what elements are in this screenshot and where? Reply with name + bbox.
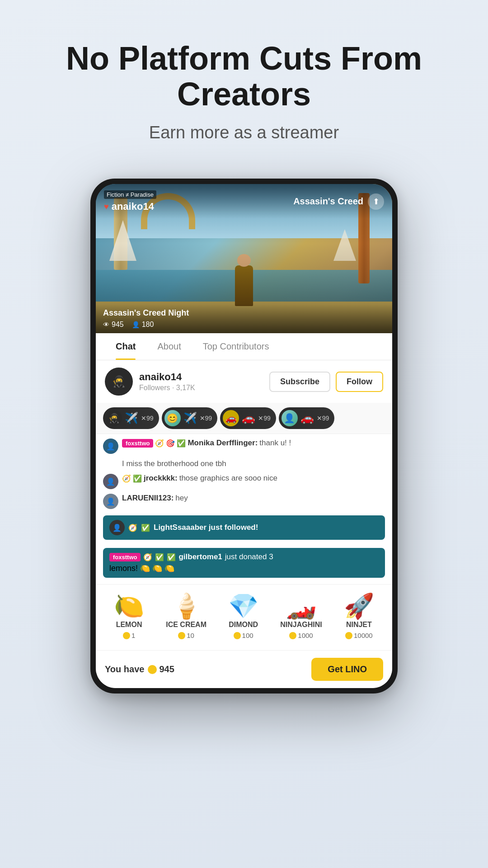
share-button[interactable]: ⬆ <box>368 193 384 210</box>
icecream-emoji: 🍦 <box>171 594 202 618</box>
chat-donation: foxsttwo 🧭 ✅ ✅ gilbertome1 just donated … <box>103 548 385 578</box>
gift-ninjet[interactable]: 🚀 NINJET 10000 <box>344 594 374 639</box>
gifts-scroll-row[interactable]: 🥷 ✈️ ✕99 😊 ✈️ ✕99 🚗 🚗 ✕99 <box>96 403 392 434</box>
gift-car-item-2[interactable]: 😊 ✈️ ✕99 <box>162 407 218 429</box>
chat-notification: 👤 🧭 ✅ LightSsaaaber just followed! <box>103 515 385 540</box>
gifts-row: 🍋 LEMON 1 🍦 ICE CREAM <box>103 594 385 639</box>
gift-car-avatar-4: 👤 <box>282 410 298 426</box>
chat-message-3: 👤 🧭 ✅ jrockkkk: those graphics are sooo … <box>103 474 385 489</box>
viewers-count: 945 <box>112 321 124 329</box>
plane-icon: ✈️ <box>125 412 138 425</box>
stream-title: Assasin's Creed Night <box>103 308 385 318</box>
chat-text-3: those graphics are sooo nice <box>179 474 277 483</box>
lemon-cost-val: 1 <box>131 632 135 639</box>
streamer-actions: Subscribe Follow <box>269 372 383 392</box>
chat-avatar-3: 👤 <box>103 474 118 489</box>
ninjet-name: NINJET <box>346 621 372 629</box>
chat-badges-3: 🧭 ✅ jrockkkk: those graphics are sooo ni… <box>122 474 277 483</box>
gift-lemon[interactable]: 🍋 LEMON 1 <box>114 594 144 639</box>
gift-car-item-4[interactable]: 👤 🚗 ✕99 <box>279 407 335 429</box>
stream-stats: 👁 945 👤 180 <box>103 321 385 329</box>
lino-icon-4 <box>289 632 296 639</box>
tabs-bar: Chat About Top Contributors <box>96 333 392 360</box>
gift-ninjaghini[interactable]: 🏎️ NINJAGHINI 1000 <box>280 594 322 639</box>
ninjaghini-emoji: 🏎️ <box>286 594 316 618</box>
diamond-cost-val: 100 <box>242 632 253 639</box>
viewers-stat: 👁 945 <box>103 321 124 329</box>
tab-top-contributors[interactable]: Top Contributors <box>192 333 280 360</box>
stream-game-label: Fiction ≠ Paradise <box>104 190 156 199</box>
badge-icon-2: 🎯 <box>166 439 175 448</box>
gift-car-item-3[interactable]: 🚗 🚗 ✕99 <box>220 407 276 429</box>
streamer-row: 🥷 anaiko14 Followers · 3,17K Subscribe F… <box>96 360 392 403</box>
chat-message-2: I miss the brotherhood one tbh <box>103 458 385 469</box>
diamond-name: DIMOND <box>229 621 258 629</box>
stream-game-title: Assasin's Creed <box>293 196 363 207</box>
streamer-info: anaiko14 Followers · 3,17K <box>139 371 263 392</box>
gift-car-avatar-2: 😊 <box>164 410 181 426</box>
badge-icon-5: ✅ <box>133 474 142 483</box>
stream-top-right: Assasin's Creed ⬆ <box>293 193 384 210</box>
gift-count-1: ✕99 <box>141 415 154 422</box>
tab-chat[interactable]: Chat <box>105 333 146 360</box>
likes-stat: 👤 180 <box>132 321 154 329</box>
page-subtitle: Earn more as a streamer <box>27 123 461 142</box>
gift-count-2: ✕99 <box>200 415 212 422</box>
notification-text: LightSsaaaber just followed! <box>154 523 258 532</box>
you-have-section: You have 945 <box>105 664 174 675</box>
balance-number: 945 <box>159 664 174 675</box>
badge-icon-3: ✅ <box>177 439 186 448</box>
chat-username-3: jrockkkk: <box>144 474 178 483</box>
chat-badges-4: LARUENII123: hey <box>122 494 188 503</box>
lemon-cost: 1 <box>123 632 135 639</box>
donation-badge: foxsttwo <box>109 553 141 561</box>
donation-icon-1: 🧭 <box>143 553 152 561</box>
gift-icecream[interactable]: 🍦 ICE CREAM 10 <box>166 594 206 639</box>
icecream-name: ICE CREAM <box>166 621 206 629</box>
viewers-icon: 👁 <box>103 321 109 328</box>
stream-video: Fiction ≠ Paradise ♥ anaiko14 Assasin's … <box>96 184 392 333</box>
phone-mockup: Fiction ≠ Paradise ♥ anaiko14 Assasin's … <box>90 179 398 693</box>
chat-donation-row: foxsttwo 🧭 ✅ ✅ gilbertome1 just donated … <box>109 552 379 561</box>
stream-top-left: Fiction ≠ Paradise ♥ anaiko14 <box>104 190 156 212</box>
streamer-followers: Followers · 3,17K <box>139 384 263 392</box>
check-icon: ✅ <box>141 524 150 532</box>
streamer-avatar: 🥷 <box>105 368 133 396</box>
lino-icon-2 <box>178 632 185 639</box>
likes-count: 180 <box>142 321 154 329</box>
car-icon-2: 🚗 <box>300 412 314 425</box>
ninjaghini-cost: 1000 <box>289 632 313 639</box>
gift-car-avatar: 🥷 <box>106 410 122 426</box>
chat-username-1: Monika Derfflinger: <box>188 439 258 448</box>
chat-text-1: thank u! ! <box>259 439 291 448</box>
notification-avatar: 👤 <box>109 520 125 535</box>
get-lino-button[interactable]: Get LINO <box>311 658 383 681</box>
content-area: Chat About Top Contributors 🥷 anaiko14 F… <box>96 333 392 688</box>
ninjaghini-cost-val: 1000 <box>298 632 313 639</box>
donation-emojis: lemons! 🍋 🍋 🍋 <box>109 563 379 573</box>
streamer-name: anaiko14 <box>139 371 263 383</box>
chat-message-1: 👤 foxsttwo 🧭 🎯 ✅ Monika Derfflinger: tha… <box>103 439 385 454</box>
lemon-name: LEMON <box>116 621 142 629</box>
stream-bottom-info: Assasin's Creed Night 👁 945 👤 180 <box>96 304 392 333</box>
you-have-label: You have <box>105 664 144 675</box>
bottom-bar: You have 945 Get LINO <box>96 650 392 688</box>
icecream-cost-val: 10 <box>187 632 194 639</box>
lino-icon-3 <box>234 632 241 639</box>
gift-diamond[interactable]: 💎 DIMOND 100 <box>228 594 258 639</box>
page-header: No Platform Cuts From Creators Earn more… <box>0 0 488 160</box>
subscribe-button[interactable]: Subscribe <box>269 372 330 392</box>
page-title: No Platform Cuts From Creators <box>27 41 461 112</box>
ninjet-emoji: 🚀 <box>344 594 374 618</box>
gift-count-4: ✕99 <box>317 415 329 422</box>
gift-car-item-1[interactable]: 🥷 ✈️ ✕99 <box>103 407 159 429</box>
phone-frame: Fiction ≠ Paradise ♥ anaiko14 Assasin's … <box>90 179 398 693</box>
follow-button[interactable]: Follow <box>336 372 383 392</box>
car-icon: 🚗 <box>242 412 255 425</box>
gift-count-3: ✕99 <box>258 415 271 422</box>
compass-icon: 🧭 <box>128 524 137 532</box>
likes-icon: 👤 <box>132 321 140 328</box>
donation-username: gilbertome1 <box>178 552 222 561</box>
tab-about[interactable]: About <box>146 333 192 360</box>
ninjet-cost: 10000 <box>345 632 373 639</box>
